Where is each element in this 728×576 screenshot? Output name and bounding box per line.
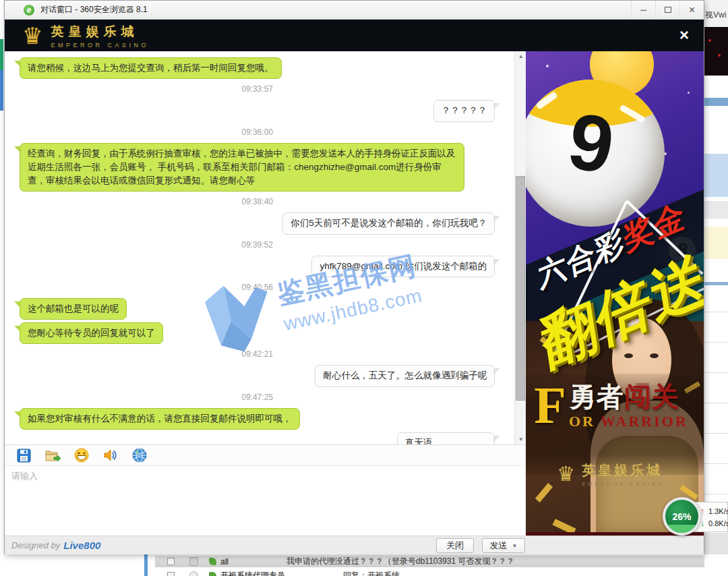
ad-brand-en: EMPEROR CASINO: [582, 481, 664, 487]
timestamp: 09:40:56: [20, 283, 495, 292]
send-label: 发送: [490, 540, 508, 552]
chat-message-user: 耐心什么，五天了。怎么就像遇到骗子呢: [20, 365, 495, 386]
avatar-icon: [189, 571, 198, 576]
mail-subject: 回复：开褐系统: [343, 570, 400, 576]
brand-name-cn: 英皇娱乐城: [51, 23, 149, 40]
warrior-or: OR: [569, 413, 595, 430]
message-bubble: 真无语，。。。。。: [397, 432, 495, 444]
chat-message-agent: 这个邮箱也是可以的呢: [20, 298, 495, 320]
background-divider: [144, 554, 148, 576]
message-bubble: 您耐心等待专员的回复就可以了: [20, 322, 163, 344]
chat-scrollbar[interactable]: ▲ ▼: [514, 51, 526, 444]
ad-brand-logo: ♛ 英皇娱乐城 EMPEROR CASINO: [557, 461, 664, 487]
background-row: [704, 533, 728, 554]
close-button[interactable]: 关闭: [436, 538, 474, 553]
background-row: [704, 154, 728, 197]
background-mail-row: 开褐系统代理专员 回复：开褐系统: [155, 570, 704, 576]
timestamp: 09:36:00: [20, 127, 495, 137]
chat-message-user: 真无语，。。。。。: [20, 432, 495, 444]
warrior-cn-white: 勇者: [569, 382, 624, 412]
ad-lottery-section: 9 8 六合彩奖金: [526, 51, 704, 351]
send-dropdown-caret-icon: ▼: [512, 543, 518, 549]
casino-header: ♛ 英皇娱乐城 EMPEROR CASINO ×: [5, 20, 704, 51]
ad-brand-cn: 英皇娱乐城: [582, 461, 664, 480]
mail-subject: 我申请的代理没通过？？？（登录号db1103931 可否发现？？？: [286, 556, 515, 567]
progress-percent: 26%: [672, 511, 691, 522]
scroll-thumb[interactable]: [516, 176, 525, 401]
background-dark-banner: [704, 27, 728, 76]
scroll-up-icon[interactable]: ▲: [515, 51, 526, 61]
warrior-f: F: [534, 383, 566, 430]
window-title: 对话窗口 - 360安全浏览器 8.1: [40, 4, 148, 16]
message-bubble: 如果您对审核有什么不满意的话，请您直接回复邮件说明即可哦，: [20, 408, 300, 430]
footer-bar: Designed by Live800 关闭 发送 ▼: [5, 536, 704, 554]
chat-message-user: ？？？？？: [20, 100, 495, 121]
download-speed: 0.8K/s: [708, 519, 728, 527]
browser-360-icon: e: [24, 5, 34, 16]
message-bubble: 经查询，财务回复，由于系统例行抽查审核，您的注单已被抽中，需要您发送本人的手持身…: [20, 143, 464, 192]
crown-icon: ♛: [557, 464, 575, 484]
sound-icon[interactable]: [102, 447, 119, 463]
mail-sender: 开褐系统代理专员: [220, 570, 285, 576]
dialog-window: e 对话窗口 - 360安全浏览器 8.1 ─ × ♛ 英皇娱乐城 EMPERO…: [4, 0, 704, 554]
status-icon: [209, 558, 216, 565]
chat-toolbar: [5, 444, 526, 466]
designed-by-label: Designed by: [11, 540, 60, 550]
maximize-icon: [665, 7, 671, 13]
maximize-button[interactable]: [655, 1, 679, 19]
chat-message-agent: 请您稍候，这边马上为您提交查询，稍后第一时间回复您哦。: [20, 57, 495, 79]
checkbox-icon: [167, 558, 175, 565]
screen: 视Vwi all 我申请的代理没通过？？？（登录号db1103931 可否发现？…: [0, 0, 728, 576]
upload-speed: 1.3K/s: [708, 507, 728, 515]
message-bubble: 你们5天前可不是说发这个邮箱的，你们玩我吧？: [282, 212, 495, 234]
emoji-icon[interactable]: [73, 447, 90, 463]
timestamp: 09:47:25: [20, 393, 495, 402]
chat-message-agent: 经查询，财务回复，由于系统例行抽查审核，您的注单已被抽中，需要您发送本人的手持身…: [20, 143, 495, 192]
send-button[interactable]: 发送 ▼: [482, 538, 525, 553]
chat-close-icon[interactable]: ×: [674, 25, 694, 45]
background-window-right: 视Vwi: [704, 0, 728, 576]
message-bubble: ？？？？？: [433, 100, 495, 121]
send-file-icon[interactable]: [44, 447, 61, 463]
ad-banner[interactable]: 9 8 六合彩奖金: [526, 51, 704, 536]
warrior-cn-red: 闯关: [624, 382, 679, 412]
attachment-icon: [189, 557, 198, 566]
message-bubble: 请您稍候，这边马上为您提交查询，稍后第一时间回复您哦。: [20, 57, 282, 79]
ad-warrior-title: F 勇者闯关 OR WARRIOR: [534, 383, 688, 430]
brand-logo: 英皇娱乐城 EMPEROR CASINO: [51, 23, 149, 49]
scroll-down-icon[interactable]: ▼: [515, 434, 526, 444]
background-row: [704, 282, 728, 285]
background-row: [704, 227, 728, 259]
checkbox-icon: [167, 572, 175, 576]
crown-logo-icon: ♛: [22, 24, 42, 47]
timestamp: 09:42:21: [20, 349, 495, 359]
brand-name-en: EMPEROR CASINO: [51, 42, 149, 49]
chat-area: 请您稍候，这边马上为您提交查询，稍后第一时间回复您哦。09:33:57？？？？？…: [5, 51, 526, 444]
message-bubble: 耐心什么，五天了。怎么就像遇到骗子呢: [315, 365, 495, 386]
minimize-button[interactable]: ─: [631, 1, 655, 19]
save-icon[interactable]: [16, 447, 32, 463]
chat-message-agent: 您耐心等待专员的回复就可以了: [20, 322, 495, 344]
download-arrow-icon: ↓: [700, 519, 704, 528]
timestamp: 09:39:52: [20, 240, 495, 250]
background-window-bottom: all 我申请的代理没通过？？？（登录号db1103931 可否发现？？？ 开褐…: [0, 554, 704, 576]
title-bar: e 对话窗口 - 360安全浏览器 8.1 ─ ×: [5, 1, 704, 20]
message-bubble: 这个邮箱也是可以的呢: [20, 298, 127, 320]
chat-message-user: 你们5天前可不是说发这个邮箱的，你们玩我吧？: [20, 212, 495, 234]
message-list: 请您稍候，这边马上为您提交查询，稍后第一时间回复您哦。09:33:57？？？？？…: [20, 57, 495, 444]
timestamp: 09:33:57: [20, 84, 495, 94]
language-globe-icon[interactable]: [131, 447, 148, 463]
live800-logo: Live800: [63, 540, 100, 551]
timestamp: 09:38:40: [20, 197, 495, 206]
background-mail-row: all 我申请的代理没通过？？？（登录号db1103931 可否发现？？？: [155, 556, 704, 567]
chat-message-user: yhfk789@gmail.com 你们说发这个邮箱的: [20, 256, 495, 277]
message-input[interactable]: [5, 466, 526, 536]
progress-badge[interactable]: 26%: [663, 497, 701, 536]
composer: [5, 466, 526, 536]
mail-sender: all: [220, 557, 229, 567]
message-bubble: yhfk789@gmail.com 你们说发这个邮箱的: [311, 256, 495, 277]
chat-message-agent: 如果您对审核有什么不满意的话，请您直接回复邮件说明即可哦，: [20, 408, 495, 430]
warrior-en: WARRIOR: [601, 413, 688, 430]
window-close-button[interactable]: ×: [679, 1, 704, 19]
background-row: [704, 98, 728, 106]
